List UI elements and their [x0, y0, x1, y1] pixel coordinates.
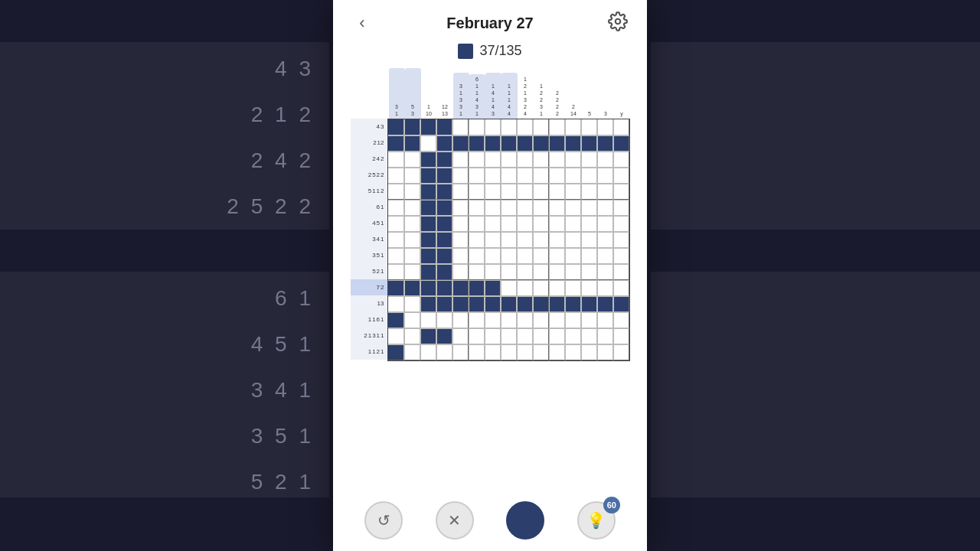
grid-cell[interactable] — [388, 344, 404, 360]
grid-cell[interactable] — [549, 344, 565, 360]
grid-cell[interactable] — [485, 232, 501, 248]
grid-cell[interactable] — [597, 184, 613, 200]
back-button[interactable]: ‹ — [348, 9, 376, 37]
grid-cell[interactable] — [565, 119, 581, 135]
grid-cell[interactable] — [469, 328, 485, 344]
undo-button[interactable]: ↺ — [364, 501, 403, 540]
grid-cell[interactable] — [388, 152, 404, 168]
grid-cell[interactable] — [581, 296, 597, 312]
grid-cell[interactable] — [597, 216, 613, 232]
grid-cell[interactable] — [404, 119, 420, 135]
grid-cell[interactable] — [404, 280, 420, 296]
grid-cell[interactable] — [404, 200, 420, 216]
grid-cell[interactable] — [565, 135, 581, 152]
grid-cell[interactable] — [469, 344, 485, 360]
grid-cell[interactable] — [436, 200, 452, 216]
grid-cell[interactable] — [436, 152, 452, 168]
grid-cell[interactable] — [581, 232, 597, 248]
grid-cell[interactable] — [388, 135, 404, 152]
grid-cell[interactable] — [597, 200, 613, 216]
grid-cell[interactable] — [420, 296, 436, 312]
grid-cell[interactable] — [388, 216, 404, 232]
grid-cell[interactable] — [388, 200, 404, 216]
grid-cell[interactable] — [452, 280, 469, 296]
grid-cell[interactable] — [533, 248, 549, 264]
grid-cell[interactable] — [452, 264, 469, 280]
grid-cell[interactable] — [613, 248, 629, 264]
grid-cell[interactable] — [565, 248, 581, 264]
grid-cell[interactable] — [581, 248, 597, 264]
grid-cell[interactable] — [581, 328, 597, 344]
grid-cell[interactable] — [549, 232, 565, 248]
grid-cell[interactable] — [549, 312, 565, 328]
grid-cell[interactable] — [597, 168, 613, 184]
grid-cell[interactable] — [613, 296, 629, 312]
grid-cells[interactable] — [387, 119, 630, 361]
grid-cell[interactable] — [613, 152, 629, 168]
grid-cell[interactable] — [469, 200, 485, 216]
grid-cell[interactable] — [549, 296, 565, 312]
grid-cell[interactable] — [565, 168, 581, 184]
grid-cell[interactable] — [436, 280, 452, 296]
grid-cell[interactable] — [533, 296, 549, 312]
grid-cell[interactable] — [436, 248, 452, 264]
grid-cell[interactable] — [452, 344, 469, 360]
grid-cell[interactable] — [597, 152, 613, 168]
grid-cell[interactable] — [549, 248, 565, 264]
grid-cell[interactable] — [517, 248, 533, 264]
grid-cell[interactable] — [452, 328, 469, 344]
grid-cell[interactable] — [565, 200, 581, 216]
grid-cell[interactable] — [420, 248, 436, 264]
grid-cell[interactable] — [404, 296, 420, 312]
grid-cell[interactable] — [501, 119, 517, 135]
grid-cell[interactable] — [404, 152, 420, 168]
grid-cell[interactable] — [485, 344, 501, 360]
grid-cell[interactable] — [533, 152, 549, 168]
grid-cell[interactable] — [485, 312, 501, 328]
grid-cell[interactable] — [501, 312, 517, 328]
grid-cell[interactable] — [517, 200, 533, 216]
grid-cell[interactable] — [485, 152, 501, 168]
grid-cell[interactable] — [485, 200, 501, 216]
grid-cell[interactable] — [452, 216, 469, 232]
grid-cell[interactable] — [565, 152, 581, 168]
grid-cell[interactable] — [517, 184, 533, 200]
grid-cell[interactable] — [613, 216, 629, 232]
grid-cell[interactable] — [533, 216, 549, 232]
grid-cell[interactable] — [436, 344, 452, 360]
grid-cell[interactable] — [549, 168, 565, 184]
grid-cell[interactable] — [613, 264, 629, 280]
grid-cell[interactable] — [501, 152, 517, 168]
grid-cell[interactable] — [501, 168, 517, 184]
grid-cell[interactable] — [501, 296, 517, 312]
grid-cell[interactable] — [549, 119, 565, 135]
grid-cell[interactable] — [501, 328, 517, 344]
grid-cell[interactable] — [388, 328, 404, 344]
grid-cell[interactable] — [597, 312, 613, 328]
grid-cell[interactable] — [533, 135, 549, 152]
grid-cell[interactable] — [565, 312, 581, 328]
grid-cell[interactable] — [452, 248, 469, 264]
grid-cell[interactable] — [485, 184, 501, 200]
fill-button[interactable] — [506, 501, 544, 540]
grid-cell[interactable] — [404, 248, 420, 264]
grid-cell[interactable] — [613, 312, 629, 328]
grid-cell[interactable] — [404, 135, 420, 152]
grid-cell[interactable] — [469, 168, 485, 184]
grid-cell[interactable] — [436, 119, 452, 135]
grid-cell[interactable] — [581, 200, 597, 216]
grid-cell[interactable] — [420, 184, 436, 200]
grid-cell[interactable] — [485, 216, 501, 232]
grid-cell[interactable] — [469, 232, 485, 248]
grid-cell[interactable] — [452, 135, 469, 152]
grid-cell[interactable] — [404, 168, 420, 184]
grid-cell[interactable] — [581, 216, 597, 232]
grid-cell[interactable] — [420, 168, 436, 184]
grid-cell[interactable] — [436, 312, 452, 328]
grid-cell[interactable] — [388, 248, 404, 264]
grid-cell[interactable] — [452, 296, 469, 312]
grid-cell[interactable] — [404, 344, 420, 360]
grid-cell[interactable] — [517, 168, 533, 184]
grid-cell[interactable] — [549, 200, 565, 216]
grid-cell[interactable] — [388, 280, 404, 296]
